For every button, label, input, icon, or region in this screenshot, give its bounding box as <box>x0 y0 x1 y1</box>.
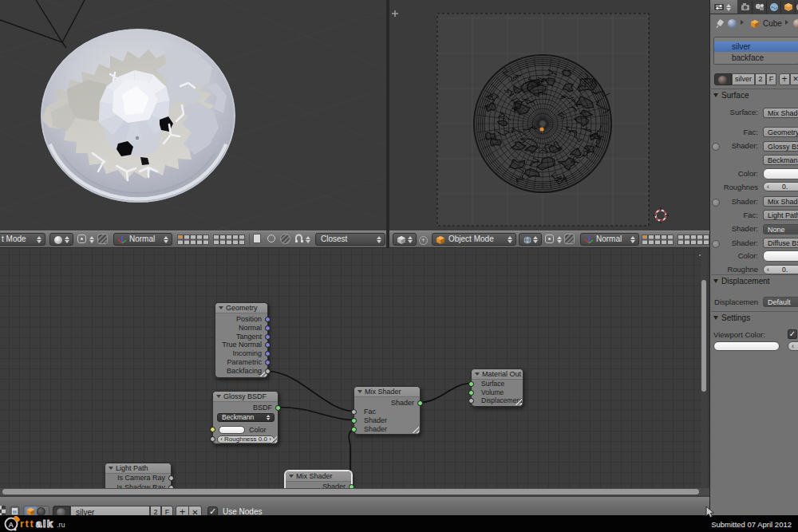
svg-text:A: A <box>9 521 14 529</box>
svg-text:alk: alk <box>36 518 54 530</box>
svg-text:.ru: .ru <box>57 521 65 529</box>
svg-text:rtt: rtt <box>20 518 34 530</box>
